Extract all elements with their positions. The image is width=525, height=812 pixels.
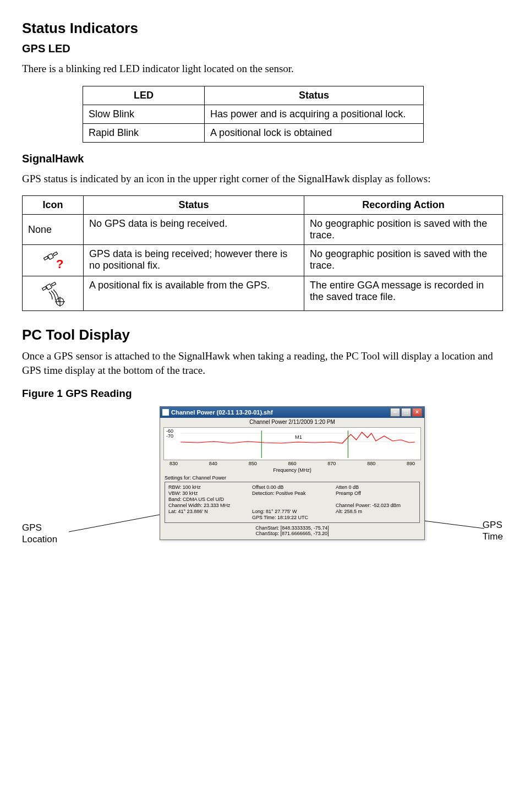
window-title: Channel Power (02-11 13-20-01).shf — [171, 409, 273, 416]
setting-long: Long: 81° 27.775' W — [252, 509, 332, 514]
setting-rbw: RBW: 100 kHz — [168, 484, 249, 490]
callout-line1: GPS — [22, 522, 42, 533]
settings-header: Settings for: Channel Power — [160, 474, 424, 482]
x-axis-label: Frequency (MHz) — [160, 467, 424, 474]
x-axis-ticks: 830 840 850 860 870 880 890 — [169, 461, 415, 466]
table-row: None No GPS data is being received. No g… — [23, 215, 503, 245]
maximize-button[interactable]: □ — [401, 408, 411, 417]
app-icon — [162, 409, 169, 416]
svg-rect-5 — [46, 284, 52, 290]
status-table: Icon Status Recording Action None No GPS… — [22, 195, 503, 311]
pc-tool-heading: PC Tool Display — [22, 326, 503, 344]
callout-line2: Time — [483, 531, 503, 542]
setting-chwidth: Channel Width: 23.333 MHz — [168, 503, 249, 508]
pc-tool-paragraph: Once a GPS sensor is attached to the Sig… — [22, 349, 503, 377]
led-status: Has power and is acquiring a positional … — [205, 105, 424, 123]
figure-caption: Figure 1 GPS Reading — [22, 388, 503, 400]
callout-line2: Location — [22, 534, 57, 544]
table-row: LED Status — [83, 86, 424, 105]
setting-chpower: Channel Power: -52.023 dBm — [336, 503, 416, 508]
x-tick: 870 — [327, 461, 336, 466]
x-tick: 830 — [169, 461, 178, 466]
svg-rect-4 — [42, 287, 46, 291]
setting-offset: Offset 0.00 dB — [252, 484, 332, 490]
minimize-button[interactable]: – — [390, 408, 400, 417]
spectrum-trace-icon: M1 — [164, 428, 420, 460]
window-titlebar[interactable]: Channel Power (02-11 13-20-01).shf – □ × — [160, 407, 424, 418]
chan-start: ChanStart: [848.3333335, -75.74] — [160, 525, 424, 531]
settings-panel: RBW: 100 kHz Offset 0.00 dB Atten 0 dB V… — [165, 482, 420, 523]
trace-window[interactable]: Channel Power (02-11 13-20-01).shf – □ ×… — [160, 406, 425, 540]
x-tick: 860 — [288, 461, 296, 466]
close-button[interactable]: × — [412, 408, 422, 417]
svg-rect-6 — [51, 282, 56, 286]
status-text: GPS data is being received; however ther… — [84, 245, 304, 276]
satellite-question-icon: ? — [23, 245, 84, 276]
setting-detect: Detection: Positive Peak — [252, 491, 332, 496]
satellite-fix-icon — [23, 276, 84, 311]
col-led: LED — [83, 86, 205, 105]
col-status: Status — [205, 86, 424, 105]
svg-rect-2 — [53, 252, 57, 256]
spectrum-chart: -60 -70 M1 830 840 850 860 870 880 890 — [163, 427, 421, 460]
setting-band: Band: CDMA US Cel U/D — [168, 497, 249, 502]
none-icon: None — [23, 215, 84, 245]
x-tick: 840 — [209, 461, 217, 466]
col-icon: Icon — [23, 196, 84, 215]
setting-alt: Alt: 258.5 m — [336, 509, 416, 514]
status-text: A positional fix is available from the G… — [84, 276, 304, 311]
led-status: A positional lock is obtained — [205, 123, 424, 142]
y-tick: -70 — [166, 433, 173, 439]
x-tick: 850 — [249, 461, 257, 466]
led-name: Slow Blink — [83, 105, 205, 123]
action-text: The entire GGA message is recorded in th… — [304, 276, 503, 311]
marker-label: M1 — [295, 434, 302, 440]
y-axis-labels: -60 -70 — [166, 429, 173, 439]
setting-vbw: VBW: 30 kHz — [168, 491, 249, 496]
setting-preamp: Preamp Off — [336, 491, 416, 496]
action-text: No geographic position is saved with the… — [304, 245, 503, 276]
setting-atten: Atten 0 dB — [336, 484, 416, 490]
signalhawk-paragraph: GPS status is indicated by an icon in th… — [22, 172, 503, 186]
table-row: A positional fix is available from the G… — [23, 276, 503, 311]
figure-1: GPS Location GPS Time Channel Power (02-… — [22, 406, 503, 560]
col-status: Status — [84, 196, 304, 215]
status-text: No GPS data is being received. — [84, 215, 304, 245]
svg-rect-0 — [43, 257, 48, 260]
callout-gps-time: GPS Time — [483, 519, 503, 543]
x-tick: 890 — [407, 461, 415, 466]
callout-gps-location: GPS Location — [22, 522, 57, 546]
led-table: LED Status Slow Blink Has power and is a… — [83, 86, 424, 143]
setting-lat: Lat: 41° 23.886' N — [168, 509, 249, 514]
signalhawk-heading: SignalHawk — [22, 152, 503, 165]
svg-rect-1 — [48, 254, 54, 260]
channel-lines: ChanStart: [848.3333335, -75.74] ChanSto… — [160, 525, 424, 539]
table-row: Slow Blink Has power and is acquiring a … — [83, 105, 424, 123]
setting-gpstime: GPS Time: 18:19:22 UTC — [252, 515, 332, 520]
gps-led-paragraph: There is a blinking red LED indicator li… — [22, 62, 503, 76]
chart-title: Channel Power 2/11/2009 1:20 PM — [160, 418, 424, 426]
action-text: No geographic position is saved with the… — [304, 215, 503, 245]
col-action: Recording Action — [304, 196, 503, 215]
callout-line1: GPS — [483, 520, 502, 530]
chan-stop: ChanStop: [871.6666665, -73.20] — [160, 531, 424, 536]
svg-text:?: ? — [56, 257, 63, 271]
status-indicators-heading: Status Indicators — [22, 20, 503, 37]
table-row: Rapid Blink A positional lock is obtaine… — [83, 123, 424, 142]
led-name: Rapid Blink — [83, 123, 205, 142]
table-row: Icon Status Recording Action — [23, 196, 503, 215]
table-row: ? GPS data is being received; however th… — [23, 245, 503, 276]
gps-led-heading: GPS LED — [22, 42, 503, 55]
x-tick: 880 — [367, 461, 375, 466]
